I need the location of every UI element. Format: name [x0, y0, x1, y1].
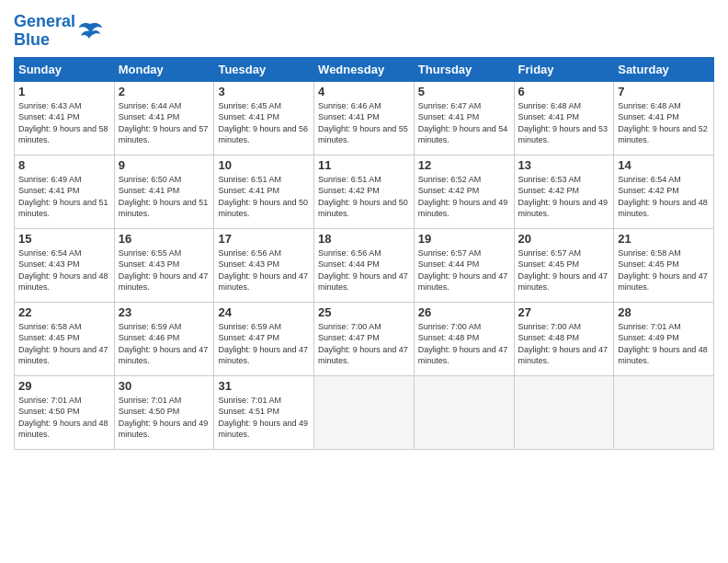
day-info: Sunrise: 7:00 AMSunset: 4:48 PMDaylight:… [418, 321, 510, 367]
day-info: Sunrise: 7:01 AMSunset: 4:51 PMDaylight:… [218, 395, 310, 441]
week-row-0: 1Sunrise: 6:43 AMSunset: 4:41 PMDaylight… [15, 81, 714, 155]
day-number: 28 [618, 305, 710, 319]
day-info: Sunrise: 6:54 AMSunset: 4:43 PMDaylight:… [18, 247, 110, 293]
calendar-cell: 3Sunrise: 6:45 AMSunset: 4:41 PMDaylight… [214, 81, 314, 155]
day-number: 26 [418, 305, 510, 319]
day-info: Sunrise: 6:55 AMSunset: 4:43 PMDaylight:… [119, 247, 210, 293]
calendar-cell: 6Sunrise: 6:48 AMSunset: 4:41 PMDaylight… [514, 81, 614, 155]
calendar-cell: 4Sunrise: 6:46 AMSunset: 4:41 PMDaylight… [314, 81, 415, 155]
day-info: Sunrise: 6:57 AMSunset: 4:45 PMDaylight:… [518, 247, 610, 293]
header-tuesday: Tuesday [214, 57, 314, 81]
calendar-cell: 28Sunrise: 7:01 AMSunset: 4:49 PMDayligh… [614, 302, 714, 375]
week-row-1: 8Sunrise: 6:49 AMSunset: 4:41 PMDaylight… [15, 155, 714, 228]
day-number: 12 [418, 158, 510, 172]
day-number: 21 [618, 232, 710, 246]
day-number: 15 [18, 232, 110, 246]
calendar-cell: 19Sunrise: 6:57 AMSunset: 4:44 PMDayligh… [414, 228, 514, 302]
calendar-cell: 1Sunrise: 6:43 AMSunset: 4:41 PMDaylight… [15, 81, 115, 155]
calendar-cell [414, 375, 514, 449]
header-friday: Friday [514, 57, 614, 81]
week-row-4: 29Sunrise: 7:01 AMSunset: 4:50 PMDayligh… [15, 375, 714, 449]
calendar-cell: 25Sunrise: 7:00 AMSunset: 4:47 PMDayligh… [314, 302, 415, 375]
day-number: 29 [18, 379, 110, 393]
day-info: Sunrise: 6:58 AMSunset: 4:45 PMDaylight:… [18, 321, 110, 367]
calendar-table: SundayMondayTuesdayWednesdayThursdayFrid… [14, 57, 714, 450]
day-number: 13 [518, 158, 610, 172]
calendar-cell: 27Sunrise: 7:00 AMSunset: 4:48 PMDayligh… [514, 302, 614, 375]
day-info: Sunrise: 6:59 AMSunset: 4:47 PMDaylight:… [218, 321, 310, 367]
day-number: 27 [518, 305, 610, 319]
calendar-cell: 22Sunrise: 6:58 AMSunset: 4:45 PMDayligh… [15, 302, 115, 375]
week-row-3: 22Sunrise: 6:58 AMSunset: 4:45 PMDayligh… [15, 302, 714, 375]
day-info: Sunrise: 6:43 AMSunset: 4:41 PMDaylight:… [18, 100, 110, 146]
day-info: Sunrise: 7:01 AMSunset: 4:49 PMDaylight:… [618, 321, 710, 367]
day-info: Sunrise: 6:48 AMSunset: 4:41 PMDaylight:… [618, 100, 710, 146]
day-info: Sunrise: 6:59 AMSunset: 4:46 PMDaylight:… [119, 321, 210, 367]
day-info: Sunrise: 7:00 AMSunset: 4:48 PMDaylight:… [518, 321, 610, 367]
calendar-cell: 23Sunrise: 6:59 AMSunset: 4:46 PMDayligh… [114, 302, 214, 375]
calendar-cell: 12Sunrise: 6:52 AMSunset: 4:42 PMDayligh… [414, 155, 514, 228]
calendar-cell: 2Sunrise: 6:44 AMSunset: 4:41 PMDaylight… [114, 81, 214, 155]
calendar-cell: 16Sunrise: 6:55 AMSunset: 4:43 PMDayligh… [114, 228, 214, 302]
day-info: Sunrise: 6:45 AMSunset: 4:41 PMDaylight:… [218, 100, 310, 146]
calendar-cell: 7Sunrise: 6:48 AMSunset: 4:41 PMDaylight… [614, 81, 714, 155]
day-info: Sunrise: 7:01 AMSunset: 4:50 PMDaylight:… [18, 395, 110, 441]
day-number: 8 [18, 158, 110, 172]
calendar-cell: 31Sunrise: 7:01 AMSunset: 4:51 PMDayligh… [214, 375, 314, 449]
calendar-cell: 13Sunrise: 6:53 AMSunset: 4:42 PMDayligh… [514, 155, 614, 228]
calendar-cell: 15Sunrise: 6:54 AMSunset: 4:43 PMDayligh… [15, 228, 115, 302]
calendar-cell: 11Sunrise: 6:51 AMSunset: 4:42 PMDayligh… [314, 155, 415, 228]
day-number: 5 [418, 85, 510, 98]
day-number: 19 [418, 232, 510, 246]
day-info: Sunrise: 6:46 AMSunset: 4:41 PMDaylight:… [318, 100, 410, 146]
header-row: SundayMondayTuesdayWednesdayThursdayFrid… [15, 57, 714, 81]
day-info: Sunrise: 6:56 AMSunset: 4:44 PMDaylight:… [318, 247, 410, 293]
calendar-cell: 30Sunrise: 7:01 AMSunset: 4:50 PMDayligh… [114, 375, 214, 449]
day-info: Sunrise: 6:52 AMSunset: 4:42 PMDaylight:… [418, 174, 510, 220]
day-info: Sunrise: 6:58 AMSunset: 4:45 PMDaylight:… [618, 247, 710, 293]
day-number: 3 [218, 85, 310, 98]
calendar-cell [514, 375, 614, 449]
day-number: 9 [119, 158, 210, 172]
calendar-cell: 9Sunrise: 6:50 AMSunset: 4:41 PMDaylight… [114, 155, 214, 228]
day-number: 2 [119, 85, 210, 98]
header-monday: Monday [114, 57, 214, 81]
day-number: 11 [318, 158, 410, 172]
day-number: 23 [119, 305, 210, 319]
day-number: 31 [218, 379, 310, 393]
header-thursday: Thursday [414, 57, 514, 81]
day-info: Sunrise: 7:00 AMSunset: 4:47 PMDaylight:… [318, 321, 410, 367]
calendar-cell: 20Sunrise: 6:57 AMSunset: 4:45 PMDayligh… [514, 228, 614, 302]
header-saturday: Saturday [614, 57, 714, 81]
day-info: Sunrise: 6:51 AMSunset: 4:42 PMDaylight:… [318, 174, 410, 220]
day-info: Sunrise: 6:57 AMSunset: 4:44 PMDaylight:… [418, 247, 510, 293]
header-wednesday: Wednesday [314, 57, 415, 81]
day-info: Sunrise: 6:53 AMSunset: 4:42 PMDaylight:… [518, 174, 610, 220]
day-number: 10 [218, 158, 310, 172]
day-info: Sunrise: 6:47 AMSunset: 4:41 PMDaylight:… [418, 100, 510, 146]
calendar-cell: 24Sunrise: 6:59 AMSunset: 4:47 PMDayligh… [214, 302, 314, 375]
page-header: General Blue [14, 9, 714, 50]
day-info: Sunrise: 7:01 AMSunset: 4:50 PMDaylight:… [119, 395, 210, 441]
day-info: Sunrise: 6:54 AMSunset: 4:42 PMDaylight:… [618, 174, 710, 220]
calendar-cell: 18Sunrise: 6:56 AMSunset: 4:44 PMDayligh… [314, 228, 415, 302]
header-sunday: Sunday [15, 57, 115, 81]
day-number: 18 [318, 232, 410, 246]
day-number: 30 [119, 379, 210, 393]
calendar-cell: 14Sunrise: 6:54 AMSunset: 4:42 PMDayligh… [614, 155, 714, 228]
day-info: Sunrise: 6:56 AMSunset: 4:43 PMDaylight:… [218, 247, 310, 293]
day-number: 25 [318, 305, 410, 319]
day-number: 22 [18, 305, 110, 319]
day-number: 4 [318, 85, 410, 98]
calendar-cell [614, 375, 714, 449]
logo: General Blue [14, 13, 103, 50]
day-info: Sunrise: 6:50 AMSunset: 4:41 PMDaylight:… [119, 174, 210, 220]
day-number: 7 [618, 85, 710, 98]
day-info: Sunrise: 6:44 AMSunset: 4:41 PMDaylight:… [119, 100, 210, 146]
calendar-cell: 21Sunrise: 6:58 AMSunset: 4:45 PMDayligh… [614, 228, 714, 302]
day-number: 16 [119, 232, 210, 246]
day-number: 1 [18, 85, 110, 98]
calendar-cell: 8Sunrise: 6:49 AMSunset: 4:41 PMDaylight… [15, 155, 115, 228]
calendar-cell: 5Sunrise: 6:47 AMSunset: 4:41 PMDaylight… [414, 81, 514, 155]
day-number: 14 [618, 158, 710, 172]
